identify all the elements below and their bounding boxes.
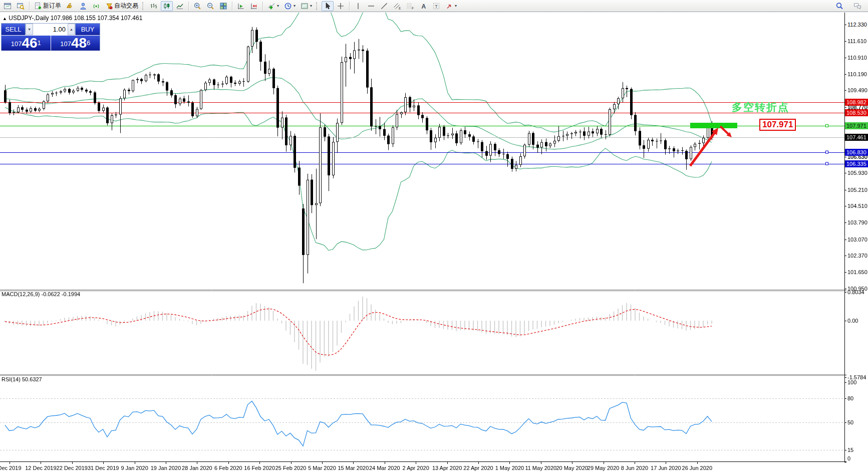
new-chart-icon xyxy=(4,2,12,10)
candlestick-chart-button[interactable] xyxy=(161,1,173,11)
rsi-indicator-label: RSI(14) 50.6327 xyxy=(2,376,42,382)
horizontal-line-icon xyxy=(367,2,375,10)
equidistant-channel-icon: E xyxy=(393,2,401,10)
svg-text:T: T xyxy=(435,4,438,9)
signals-icon xyxy=(92,2,100,10)
volume-increase-button[interactable]: ▲ xyxy=(68,24,75,35)
tile-windows-button[interactable] xyxy=(217,1,229,11)
indicators-button[interactable]: ▾ xyxy=(265,1,281,11)
tile-windows-icon xyxy=(219,2,227,10)
rsi-axis-label: 100 xyxy=(847,379,856,385)
toolbar-separator xyxy=(188,2,189,11)
line-chart-icon xyxy=(176,2,184,10)
chat-button[interactable] xyxy=(851,1,863,11)
text-label-button[interactable]: T xyxy=(430,1,442,11)
sell-button[interactable]: SELL xyxy=(2,24,25,35)
fibonacci-icon: F xyxy=(406,2,414,10)
bar-chart-icon xyxy=(150,2,158,10)
trendline-icon xyxy=(380,2,388,10)
toolbar-separator xyxy=(232,2,232,11)
rsi-axis-label: 0 xyxy=(847,455,850,461)
chat-icon xyxy=(853,2,861,10)
community-button[interactable] xyxy=(77,1,89,11)
crosshair-icon xyxy=(337,2,345,10)
community-icon xyxy=(79,2,87,10)
search-button[interactable] xyxy=(833,1,845,11)
fibonacci-button[interactable]: F xyxy=(404,1,416,11)
auto-scroll-icon xyxy=(237,2,245,10)
signals-button[interactable] xyxy=(90,1,102,11)
svg-text:E: E xyxy=(399,6,401,10)
arrows-icon xyxy=(445,2,453,10)
candlestick-chart-icon xyxy=(163,2,171,10)
macd-axis-label: 0.00 xyxy=(847,318,858,324)
ohlc-values: 107.986 108.155 107.354 107.461 xyxy=(51,15,143,22)
trendline-button[interactable] xyxy=(378,1,390,11)
text-button[interactable]: A xyxy=(417,1,429,11)
horizontal-line-button[interactable] xyxy=(365,1,377,11)
price-tick-label: 105.930 xyxy=(847,170,867,176)
main-toolbar: 新订单自动交易▾▾▾EFAT▾ xyxy=(0,0,868,12)
zoom-out-icon xyxy=(206,2,214,10)
templates-icon xyxy=(301,2,309,10)
price-tick-label: 103.070 xyxy=(847,236,867,243)
arrows-button[interactable]: ▾ xyxy=(443,1,459,11)
price-tick-label: 109.490 xyxy=(847,87,867,93)
auto-scroll-button[interactable] xyxy=(235,1,247,11)
autotrading-icon xyxy=(105,2,113,10)
periods-icon xyxy=(284,2,292,10)
chevron-down-icon[interactable]: ▾ xyxy=(277,4,279,8)
autotrading-button[interactable]: 自动交易 xyxy=(103,1,140,11)
price-tick-label: 101.650 xyxy=(847,269,867,275)
price-line-badge: 107.461 xyxy=(845,134,868,141)
market-depth-button[interactable] xyxy=(64,1,76,11)
market-depth-icon xyxy=(66,2,74,10)
price-tick-label: 102.370 xyxy=(847,253,867,259)
new-chart-button[interactable] xyxy=(2,1,14,11)
volume-input[interactable] xyxy=(33,24,68,35)
toolbar-separator xyxy=(349,2,350,11)
zoom-out-button[interactable] xyxy=(204,1,216,11)
price-chart-canvas[interactable] xyxy=(0,13,846,466)
price-callout-box: 107.971 xyxy=(759,119,796,131)
svg-text:A: A xyxy=(422,3,426,10)
bar-chart-button[interactable] xyxy=(148,1,160,11)
macd-indicator-label: MACD(12,26,9) -0.0622 -0.1994 xyxy=(2,291,80,297)
text-label-icon: T xyxy=(432,2,440,10)
zoom-in-button[interactable] xyxy=(191,1,203,11)
periods-button[interactable]: ▾ xyxy=(282,1,298,11)
equidistant-channel-button[interactable]: E xyxy=(391,1,403,11)
vertical-line-button[interactable] xyxy=(352,1,364,11)
toolbar-drag-handle xyxy=(316,2,319,10)
svg-text:F: F xyxy=(412,6,414,10)
cursor-button[interactable] xyxy=(322,1,334,11)
profiles-button[interactable] xyxy=(15,1,27,11)
new-order-icon xyxy=(34,2,42,10)
chart-title: ▲ USDJPY-,Daily 107.986 108.155 107.354 … xyxy=(3,15,142,22)
macd-axis-label: 0.8034 xyxy=(847,289,864,295)
templates-button[interactable]: ▾ xyxy=(299,1,314,11)
volume-decrease-button[interactable]: ▼ xyxy=(26,24,33,35)
price-line-badge: 108.982 xyxy=(845,99,868,106)
price-line-badge: 106.335 xyxy=(845,160,868,167)
buy-price[interactable]: 107486 xyxy=(51,36,100,51)
price-tick-label: 105.210 xyxy=(847,187,867,193)
price-tick-label: 112.330 xyxy=(847,22,867,28)
rsi-axis-label: 50 xyxy=(847,419,853,425)
price-tick-label: 110.910 xyxy=(847,55,867,61)
collapse-icon[interactable]: ▲ xyxy=(3,16,7,21)
crosshair-button[interactable] xyxy=(335,1,347,11)
date-tick-label: 26 Jun 2020 xyxy=(677,465,717,471)
chevron-down-icon[interactable]: ▾ xyxy=(455,4,457,8)
new-order-button[interactable]: 新订单 xyxy=(32,1,63,11)
toolbar-drag-handle xyxy=(142,2,145,10)
chart-shift-icon xyxy=(250,2,258,10)
toolbar-separator xyxy=(29,2,30,11)
chevron-down-icon[interactable]: ▾ xyxy=(294,4,296,8)
price-tick-label: 111.610 xyxy=(847,38,866,44)
line-chart-button[interactable] xyxy=(174,1,186,11)
buy-button[interactable]: BUY xyxy=(76,24,100,35)
chart-shift-button[interactable] xyxy=(248,1,260,11)
sell-price[interactable]: 107461 xyxy=(2,36,51,51)
chevron-down-icon[interactable]: ▾ xyxy=(310,4,312,8)
